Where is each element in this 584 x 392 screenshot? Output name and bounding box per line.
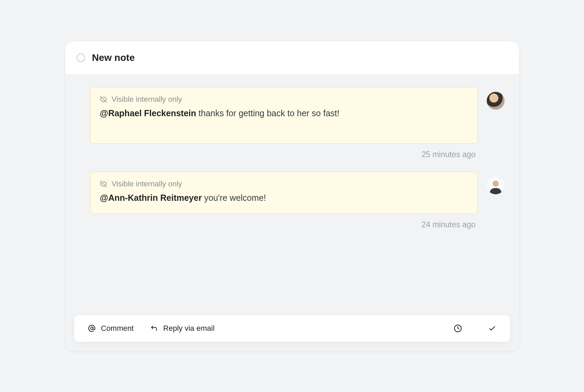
reply-email-button[interactable]: Reply via email xyxy=(150,324,214,333)
note-body: @Raphael Fleckenstein thanks for getting… xyxy=(100,107,468,119)
timestamp-row: 24 minutes ago xyxy=(65,214,519,242)
status-indicator-circle xyxy=(76,53,85,62)
visibility-badge: Visible internally only xyxy=(100,95,468,104)
note-row: Visible internally only @Ann-Kathrin Rei… xyxy=(65,172,519,214)
note-thread-panel: New note Visible internally only @Raphae… xyxy=(65,41,519,351)
comment-button[interactable]: Comment xyxy=(88,324,134,333)
internal-note-card[interactable]: Visible internally only @Ann-Kathrin Rei… xyxy=(90,172,478,214)
visibility-text: Visible internally only xyxy=(112,95,182,104)
note-timestamp: 24 minutes ago xyxy=(421,220,475,229)
reply-arrow-icon xyxy=(150,325,158,332)
thread-header: New note xyxy=(65,41,519,75)
note-message: thanks for getting back to her so fast! xyxy=(196,108,340,118)
mention[interactable]: @Raphael Fleckenstein xyxy=(100,108,196,118)
eye-off-icon xyxy=(100,96,107,103)
composer-bar: Comment Reply via email xyxy=(74,315,510,342)
visibility-badge: Visible internally only xyxy=(100,179,468,188)
schedule-button[interactable] xyxy=(454,324,462,333)
note-message: you're welcome! xyxy=(202,193,266,203)
timestamp-row: 25 minutes ago xyxy=(65,144,519,172)
eye-off-icon xyxy=(100,181,107,187)
note-timestamp: 25 minutes ago xyxy=(421,150,475,159)
thread-title: New note xyxy=(92,52,135,63)
reply-email-label: Reply via email xyxy=(163,324,214,333)
avatar[interactable] xyxy=(487,176,505,194)
internal-note-card[interactable]: Visible internally only @Raphael Flecken… xyxy=(90,87,478,144)
avatar[interactable] xyxy=(487,92,505,110)
visibility-text: Visible internally only xyxy=(112,179,182,188)
clock-icon xyxy=(454,324,462,333)
at-icon xyxy=(88,325,96,332)
svg-point-2 xyxy=(90,327,93,329)
note-body: @Ann-Kathrin Reitmeyer you're welcome! xyxy=(100,192,468,204)
note-row: Visible internally only @Raphael Flecken… xyxy=(65,87,519,144)
thread-scroll-area: Visible internally only @Raphael Flecken… xyxy=(65,75,519,315)
confirm-button[interactable] xyxy=(488,324,496,333)
mention[interactable]: @Ann-Kathrin Reitmeyer xyxy=(100,193,202,203)
comment-label: Comment xyxy=(101,324,134,333)
check-icon xyxy=(488,324,496,333)
